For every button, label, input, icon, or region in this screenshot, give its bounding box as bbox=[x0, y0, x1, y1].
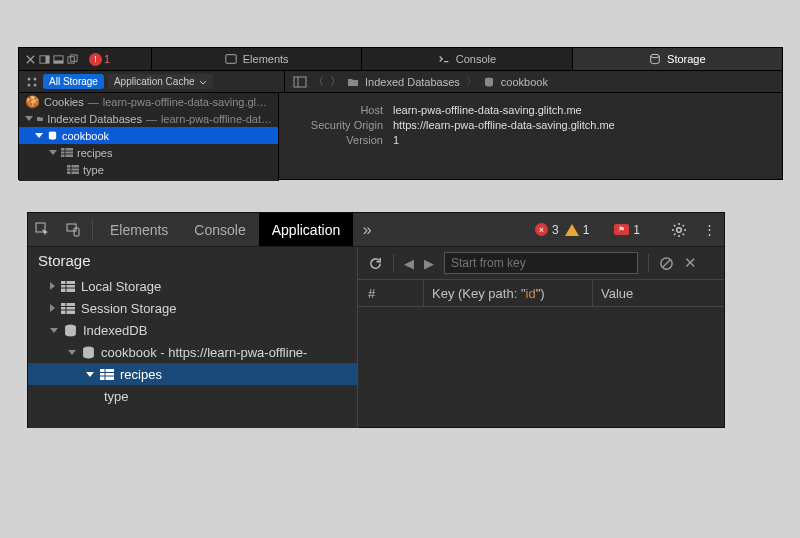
safari-tab-bar: !1 Elements Console Storage bbox=[19, 48, 782, 71]
svg-rect-12 bbox=[294, 77, 306, 87]
svg-rect-20 bbox=[67, 165, 79, 174]
detail-origin-value: https://learn-pwa-offline-data-saving.gl… bbox=[393, 119, 615, 131]
tree-db-cookbook[interactable]: cookbook - https://learn-pwa-offline- bbox=[28, 341, 357, 363]
refresh-icon[interactable] bbox=[368, 256, 383, 271]
safari-toolbar: All Storage Application Cache 〈 〉 Indexe… bbox=[19, 71, 782, 93]
status-badges: ×3 1 ⚑1 bbox=[535, 213, 663, 246]
inspect-element-icon[interactable] bbox=[28, 213, 58, 246]
filter-all-storage[interactable]: All Storage bbox=[43, 74, 104, 89]
tree-index-type[interactable]: type bbox=[19, 161, 278, 178]
breadcrumb: Indexed Databases 〉 cookbook bbox=[347, 74, 548, 89]
popout-icon[interactable] bbox=[67, 54, 78, 65]
svg-line-43 bbox=[663, 259, 671, 267]
tree-local-storage[interactable]: Local Storage bbox=[28, 275, 357, 297]
issues-badge[interactable]: ⚑1 bbox=[614, 223, 640, 237]
nav-forward-icon[interactable]: 〉 bbox=[330, 74, 341, 89]
store-toolbar: ◀ ▶ ✕ bbox=[358, 247, 724, 280]
svg-rect-1 bbox=[45, 55, 49, 62]
detail-version-value: 1 bbox=[393, 134, 399, 146]
svg-rect-32 bbox=[61, 303, 75, 314]
chrome-devtools-panel: Elements Console Application » ×3 1 ⚑1 ⋮… bbox=[27, 212, 725, 428]
sidebar-toggle-icon[interactable] bbox=[293, 75, 307, 89]
tab-elements[interactable]: Elements bbox=[97, 213, 181, 246]
filter-icon[interactable] bbox=[25, 75, 39, 89]
tab-console[interactable]: Console bbox=[181, 213, 258, 246]
filter-app-cache[interactable]: Application Cache bbox=[108, 74, 213, 89]
storage-tree: 🍪Cookies — learn-pwa-offline-data-saving… bbox=[19, 93, 279, 181]
tab-application[interactable]: Application bbox=[259, 213, 354, 246]
warnings-badge[interactable]: 1 bbox=[565, 223, 590, 237]
svg-rect-38 bbox=[100, 369, 114, 380]
tree-db-cookbook[interactable]: cookbook bbox=[19, 127, 278, 144]
tree-cookies[interactable]: 🍪Cookies — learn-pwa-offline-data-saving… bbox=[19, 93, 278, 110]
svg-rect-25 bbox=[67, 224, 76, 231]
delete-entry-icon[interactable]: ✕ bbox=[684, 254, 697, 272]
svg-point-27 bbox=[677, 227, 682, 232]
object-store-viewer: ◀ ▶ ✕ # Key (Key path: "id") Value bbox=[358, 247, 724, 428]
more-menu-icon[interactable]: ⋮ bbox=[695, 213, 724, 246]
page-next-icon[interactable]: ▶ bbox=[424, 256, 434, 271]
clear-store-icon[interactable] bbox=[659, 256, 674, 271]
database-icon bbox=[483, 76, 495, 88]
svg-rect-6 bbox=[226, 55, 236, 64]
col-value[interactable]: Value bbox=[593, 286, 724, 301]
settings-icon[interactable] bbox=[663, 213, 695, 246]
db-detail-pane: Hostlearn-pwa-offline-data-saving.glitch… bbox=[279, 93, 782, 181]
svg-rect-28 bbox=[61, 281, 75, 292]
tab-storage[interactable]: Storage bbox=[572, 48, 782, 70]
detail-host-label: Host bbox=[293, 104, 383, 116]
svg-point-11 bbox=[34, 83, 37, 86]
svg-rect-16 bbox=[61, 148, 73, 157]
tree-session-storage[interactable]: Session Storage bbox=[28, 297, 357, 319]
errors-badge[interactable]: ×3 bbox=[535, 223, 559, 237]
application-sidebar: Storage Local Storage Session Storage In… bbox=[28, 247, 358, 428]
dock-bottom-icon[interactable] bbox=[53, 54, 64, 65]
tab-elements[interactable]: Elements bbox=[151, 48, 361, 70]
close-window-icon[interactable] bbox=[25, 54, 36, 65]
tree-store-recipes[interactable]: recipes bbox=[28, 363, 357, 385]
svg-rect-3 bbox=[54, 60, 63, 63]
detail-origin-label: Security Origin bbox=[293, 119, 383, 131]
svg-point-8 bbox=[28, 77, 31, 80]
storage-heading: Storage bbox=[38, 252, 357, 269]
start-from-key-input[interactable] bbox=[444, 252, 638, 274]
folder-icon bbox=[347, 76, 359, 88]
svg-point-9 bbox=[34, 77, 37, 80]
device-toggle-icon[interactable] bbox=[58, 213, 88, 246]
detail-version-label: Version bbox=[293, 134, 383, 146]
more-tabs-icon[interactable]: » bbox=[353, 213, 381, 246]
tree-indexeddb[interactable]: IndexedDB bbox=[28, 319, 357, 341]
svg-point-7 bbox=[651, 54, 660, 57]
store-columns: # Key (Key path: "id") Value bbox=[358, 280, 724, 307]
devtools-tab-bar: Elements Console Application » ×3 1 ⚑1 ⋮ bbox=[28, 213, 724, 247]
safari-inspector-panel: !1 Elements Console Storage All Storage … bbox=[18, 47, 783, 180]
tree-store-recipes[interactable]: recipes bbox=[19, 144, 278, 161]
col-index[interactable]: # bbox=[358, 280, 424, 306]
detail-host-value: learn-pwa-offline-data-saving.glitch.me bbox=[393, 104, 582, 116]
error-badge-icon[interactable]: !1 bbox=[89, 54, 110, 65]
svg-point-10 bbox=[28, 83, 31, 86]
tree-indexed-databases[interactable]: Indexed Databases — learn-pwa-offline-da… bbox=[19, 110, 278, 127]
col-key[interactable]: Key (Key path: "id") bbox=[424, 280, 593, 306]
window-controls: !1 bbox=[19, 48, 151, 70]
dock-side-icon[interactable] bbox=[39, 54, 50, 65]
tab-console[interactable]: Console bbox=[361, 48, 571, 70]
nav-back-icon[interactable]: 〈 bbox=[313, 74, 324, 89]
tree-index-type[interactable]: type bbox=[28, 385, 357, 407]
page-prev-icon[interactable]: ◀ bbox=[404, 256, 414, 271]
